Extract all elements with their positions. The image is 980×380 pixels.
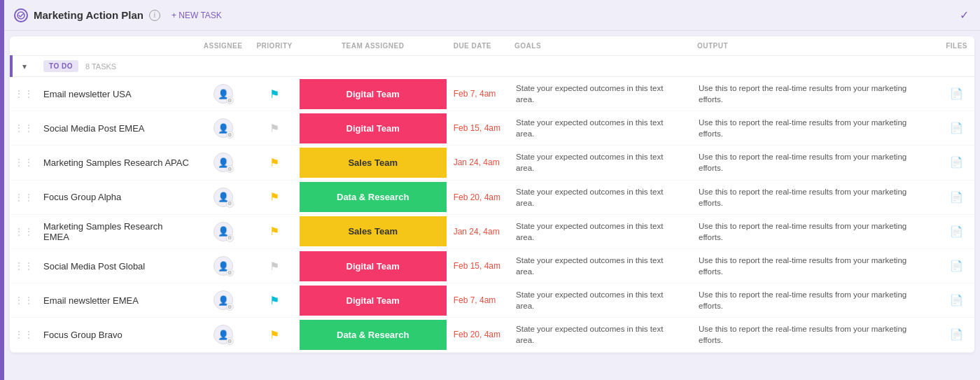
task-name[interactable]: Marketing Samples Research EMEA	[36, 214, 197, 248]
avatar: 👤 ⚙	[214, 290, 233, 310]
files-cell[interactable]: 📄	[939, 77, 974, 111]
table-row[interactable]: ⋮⋮ Marketing Samples Research EMEA 👤 ⚙ ⚑…	[11, 214, 974, 248]
col-team: TEAM ASSIGNED	[300, 36, 447, 56]
team-badge: Digital Team	[300, 113, 447, 143]
col-priority: PRIORITY	[249, 36, 299, 56]
section-toggle[interactable]: ▾	[11, 56, 36, 77]
output-text: Use this to report the real-time results…	[690, 111, 939, 146]
priority-cell[interactable]: ⚑	[249, 318, 299, 352]
left-border	[0, 0, 4, 380]
goals-text: State your expected outcomes in this tex…	[507, 146, 690, 180]
files-cell[interactable]: 📄	[939, 248, 974, 283]
priority-cell[interactable]: ⚑	[249, 146, 299, 180]
task-name[interactable]: Marketing Samples Research APAC	[36, 146, 197, 180]
team-cell[interactable]: Data & Research	[300, 318, 447, 352]
col-duedate: DUE DATE	[447, 36, 507, 56]
team-cell[interactable]: Digital Team	[300, 283, 447, 318]
table-row[interactable]: ⋮⋮ Focus Group Bravo 👤 ⚙ ⚑ Data & Resear…	[11, 318, 974, 352]
table-row[interactable]: ⋮⋮ Marketing Samples Research APAC 👤 ⚙ ⚑…	[11, 146, 974, 180]
table-row[interactable]: ⋮⋮ Social Media Post EMEA 👤 ⚙ ⚑ Digital …	[11, 111, 974, 146]
flag-icon: ⚑	[270, 157, 279, 169]
assignee-cell[interactable]: 👤 ⚙	[197, 214, 250, 248]
task-name[interactable]: Email newsletter USA	[36, 77, 197, 111]
avatar: 👤 ⚙	[214, 222, 233, 241]
files-cell[interactable]: 📄	[939, 214, 974, 248]
assignee-cell[interactable]: 👤 ⚙	[197, 248, 250, 283]
due-date: Feb 20, 4am	[447, 180, 507, 214]
due-date: Feb 15, 4am	[447, 248, 507, 283]
team-cell[interactable]: Digital Team	[300, 248, 447, 283]
drag-handle: ⋮⋮	[11, 77, 36, 111]
files-cell[interactable]: 📄	[939, 283, 974, 318]
output-text: Use this to report the real-time results…	[690, 146, 939, 180]
team-badge: Data & Research	[300, 182, 447, 212]
task-name[interactable]: Social Media Post Global	[36, 248, 197, 283]
priority-cell[interactable]: ⚑	[249, 77, 299, 111]
priority-cell[interactable]: ⚑	[249, 283, 299, 318]
col-files: FILES	[939, 36, 974, 56]
team-badge: Digital Team	[300, 251, 447, 281]
task-name[interactable]: Focus Group Bravo	[36, 318, 197, 352]
drag-handle: ⋮⋮	[11, 318, 36, 352]
info-icon[interactable]: i	[149, 10, 160, 21]
flag-icon: ⚑	[270, 329, 279, 341]
assignee-cell[interactable]: 👤 ⚙	[197, 77, 250, 111]
output-text: Use this to report the real-time results…	[690, 77, 939, 111]
output-text: Use this to report the real-time results…	[690, 248, 939, 283]
table-row[interactable]: ⋮⋮ Social Media Post Global 👤 ⚙ ⚑ Digita…	[11, 248, 974, 283]
goals-text: State your expected outcomes in this tex…	[507, 111, 690, 146]
table-row[interactable]: ⋮⋮ Focus Group Alpha 👤 ⚙ ⚑ Data & Resear…	[11, 180, 974, 214]
output-text: Use this to report the real-time results…	[690, 283, 939, 318]
flag-icon: ⚑	[270, 260, 279, 272]
files-cell[interactable]: 📄	[939, 146, 974, 180]
priority-cell[interactable]: ⚑	[249, 180, 299, 214]
assignee-cell[interactable]: 👤 ⚙	[197, 146, 250, 180]
avatar: 👤 ⚙	[214, 188, 233, 207]
team-cell[interactable]: Sales Team	[300, 214, 447, 248]
team-cell[interactable]: Sales Team	[300, 146, 447, 180]
drag-handle: ⋮⋮	[11, 146, 36, 180]
team-cell[interactable]: Digital Team	[300, 77, 447, 111]
drag-handle: ⋮⋮	[11, 283, 36, 318]
team-cell[interactable]: Data & Research	[300, 180, 447, 214]
assignee-cell[interactable]: 👤 ⚙	[197, 283, 250, 318]
assignee-cell[interactable]: 👤 ⚙	[197, 318, 250, 352]
due-date: Jan 24, 4am	[447, 214, 507, 248]
goals-text: State your expected outcomes in this tex…	[507, 318, 690, 352]
assignee-cell[interactable]: 👤 ⚙	[197, 180, 250, 214]
priority-cell[interactable]: ⚑	[249, 248, 299, 283]
drag-handle: ⋮⋮	[11, 111, 36, 146]
files-cell[interactable]: 📄	[939, 111, 974, 146]
drag-handle: ⋮⋮	[11, 248, 36, 283]
goals-text: State your expected outcomes in this tex…	[507, 248, 690, 283]
team-badge: Digital Team	[300, 79, 447, 109]
priority-cell[interactable]: ⚑	[249, 214, 299, 248]
avatar: 👤 ⚙	[214, 256, 233, 276]
due-date: Feb 15, 4am	[447, 111, 507, 146]
checkmark-icon: ✓	[960, 8, 969, 22]
goals-text: State your expected outcomes in this tex…	[507, 77, 690, 111]
due-date: Jan 24, 4am	[447, 146, 507, 180]
file-icon: 📄	[950, 87, 963, 99]
table-row[interactable]: ⋮⋮ Email newsletter EMEA 👤 ⚙ ⚑ Digital T…	[11, 283, 974, 318]
col-goals: GOALS	[507, 36, 690, 56]
team-badge: Sales Team	[300, 216, 447, 246]
task-name[interactable]: Email newsletter EMEA	[36, 283, 197, 318]
task-name[interactable]: Social Media Post EMEA	[36, 111, 197, 146]
new-task-button[interactable]: + NEW TASK	[166, 8, 227, 23]
table-row[interactable]: ⋮⋮ Email newsletter USA 👤 ⚙ ⚑ Digital Te…	[11, 77, 974, 111]
file-icon: 📄	[950, 122, 963, 134]
assignee-cell[interactable]: 👤 ⚙	[197, 111, 250, 146]
files-cell[interactable]: 📄	[939, 180, 974, 214]
drag-handle: ⋮⋮	[11, 180, 36, 214]
priority-cell[interactable]: ⚑	[249, 111, 299, 146]
team-cell[interactable]: Digital Team	[300, 111, 447, 146]
files-cell[interactable]: 📄	[939, 318, 974, 352]
page-title: Marketing Action Plan	[34, 9, 144, 21]
drag-handle: ⋮⋮	[11, 214, 36, 248]
team-badge: Data & Research	[300, 320, 447, 350]
file-icon: 📄	[950, 260, 963, 272]
section-badge: TO DO	[43, 60, 78, 72]
flag-icon: ⚑	[270, 225, 279, 237]
task-name[interactable]: Focus Group Alpha	[36, 180, 197, 214]
